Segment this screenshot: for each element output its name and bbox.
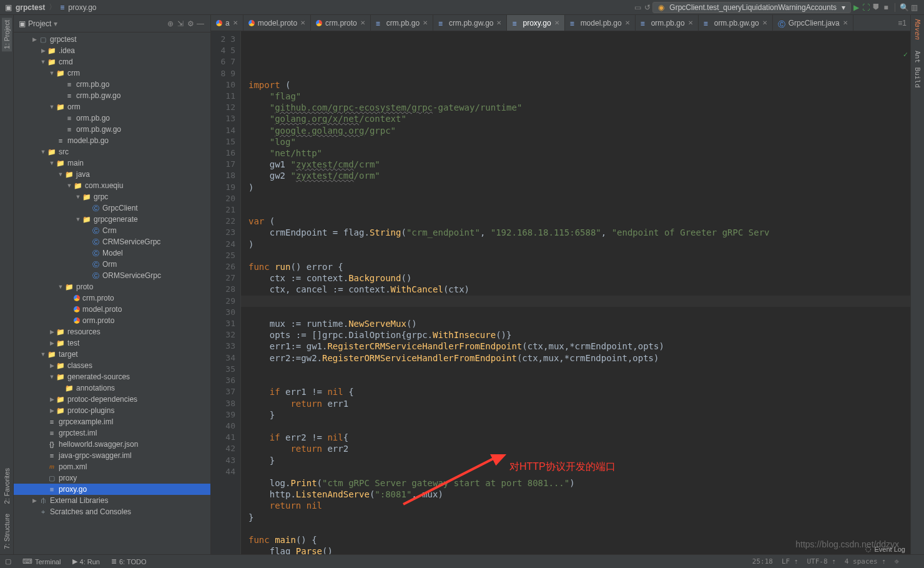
editor-tab[interactable]: ≡proxy.go✕ bbox=[507, 15, 564, 31]
editor-tab[interactable]: model.proto✕ bbox=[243, 15, 311, 31]
rail-favorites-tab[interactable]: 2: Favorites bbox=[3, 468, 11, 504]
tree-item[interactable]: ≡grpcexample.iml bbox=[14, 416, 210, 427]
run-config-dropdown[interactable]: ◉ GrpcClient.test_queryLiquidationWarnin… bbox=[652, 2, 851, 13]
editor-code[interactable]: ✓ import ( "flag" "github.com/grpc-ecosy… bbox=[241, 31, 910, 554]
tree-item[interactable]: crm.proto bbox=[14, 292, 210, 304]
stop-button[interactable]: ■ bbox=[881, 2, 891, 12]
tree-item[interactable]: ▼📁grpcgenerate bbox=[14, 214, 210, 225]
tree-item[interactable]: ⒸModel bbox=[14, 247, 210, 259]
tree-item[interactable]: ⒸGrpcClient bbox=[14, 202, 210, 214]
run-button[interactable]: ▶ bbox=[851, 2, 861, 12]
tree-item[interactable]: ≡grpctest.iml bbox=[14, 427, 210, 439]
debug-button[interactable]: ⛶ bbox=[861, 2, 871, 12]
tree-arrow-icon[interactable]: ▼ bbox=[57, 284, 64, 290]
editor-tab[interactable]: crm.proto✕ bbox=[311, 15, 371, 31]
tree-item[interactable]: ▶📁test bbox=[14, 337, 210, 349]
tree-arrow-icon[interactable]: ▶ bbox=[31, 497, 37, 504]
tree-item[interactable]: ▼📁generated-sources bbox=[14, 371, 210, 382]
tree-arrow-icon[interactable]: ▼ bbox=[66, 182, 72, 189]
tree-arrow-icon[interactable]: ▶ bbox=[40, 47, 46, 54]
close-icon[interactable]: ✕ bbox=[300, 19, 305, 26]
project-tree[interactable]: ▶▢grpctest▶📁.idea▼📁cmd▼📁crm≡crm.pb.go≡cr… bbox=[14, 32, 210, 554]
editor-tab[interactable]: ≡orm.pb.gw.go✕ bbox=[699, 15, 773, 31]
tree-arrow-icon[interactable]: ▼ bbox=[75, 216, 81, 222]
tree-item[interactable]: ≡orm.pb.gw.go bbox=[14, 124, 210, 135]
tree-item[interactable]: ≡orm.pb.go bbox=[14, 112, 210, 124]
target-icon[interactable]: ⊕ bbox=[165, 19, 175, 29]
tree-item[interactable]: ▢proxy bbox=[14, 472, 210, 484]
tree-item[interactable]: ⒸORMServiceGrpc bbox=[14, 270, 210, 281]
editor-tab[interactable]: a✕ bbox=[211, 15, 243, 31]
close-icon[interactable]: ✕ bbox=[762, 19, 767, 26]
editor-tab[interactable]: ≡crm.pb.go✕ bbox=[371, 15, 433, 31]
editor-tab[interactable]: ≡crm.pb.gw.go✕ bbox=[433, 15, 507, 31]
tree-item[interactable]: ▼📁target bbox=[14, 349, 210, 360]
rail-structure-tab[interactable]: 7: Structure bbox=[3, 514, 11, 549]
close-icon[interactable]: ✕ bbox=[233, 19, 238, 26]
close-icon[interactable]: ✕ bbox=[360, 19, 365, 26]
tree-arrow-icon[interactable]: ▼ bbox=[40, 59, 46, 65]
editor-tab[interactable]: ⒸGrpcClient.java✕ bbox=[773, 15, 853, 31]
tree-item[interactable]: ⌖Scratches and Consoles bbox=[14, 506, 210, 517]
tree-item[interactable]: orm.proto bbox=[14, 315, 210, 326]
layout-button[interactable]: ▥ bbox=[909, 2, 919, 12]
rail-maven-tab[interactable]: Maven bbox=[913, 19, 922, 39]
tree-item[interactable]: ▶📁protoc-plugins bbox=[14, 405, 210, 416]
tree-arrow-icon[interactable]: ▶ bbox=[49, 396, 55, 402]
code-text[interactable]: import ( "flag" "github.com/grpc-ecosyst… bbox=[248, 68, 910, 554]
tree-item[interactable]: ▶📁classes bbox=[14, 360, 210, 371]
search-button[interactable]: 🔍 bbox=[899, 2, 909, 12]
tree-item[interactable]: ▶📁protoc-dependencies bbox=[14, 394, 210, 405]
tree-item[interactable]: ▶📁resources bbox=[14, 326, 210, 337]
tree-item[interactable]: ▼📁cmd bbox=[14, 56, 210, 67]
tree-item[interactable]: ▶▢grpctest bbox=[14, 34, 210, 45]
tree-arrow-icon[interactable]: ▼ bbox=[49, 104, 55, 110]
tree-item[interactable]: ≡crm.pb.gw.go bbox=[14, 90, 210, 101]
tree-item[interactable]: ≡model.pb.go bbox=[14, 135, 210, 146]
tree-arrow-icon[interactable]: ▼ bbox=[49, 160, 55, 166]
tree-arrow-icon[interactable]: ▼ bbox=[49, 70, 55, 76]
tree-item[interactable]: model.proto bbox=[14, 304, 210, 315]
todo-tool[interactable]: ≣ 6: TODO bbox=[111, 557, 147, 566]
tree-item[interactable]: 📁annotations bbox=[14, 382, 210, 394]
chevron-down-icon[interactable]: ▾ bbox=[54, 19, 57, 28]
tree-arrow-icon[interactable]: ▶ bbox=[49, 340, 55, 346]
tree-item[interactable]: {}helloworld.swagger.json bbox=[14, 439, 210, 450]
tree-arrow-icon[interactable]: ▶ bbox=[49, 362, 55, 369]
tree-item[interactable]: ▼📁com.xueqiu bbox=[14, 180, 210, 191]
tree-arrow-icon[interactable]: ▶ bbox=[49, 329, 55, 335]
project-panel-title[interactable]: Project bbox=[28, 19, 51, 28]
tree-item[interactable]: ▶⫛External Libraries bbox=[14, 495, 210, 506]
close-icon[interactable]: ✕ bbox=[423, 19, 428, 26]
editor-tab[interactable]: ≡model.pb.go✕ bbox=[565, 15, 636, 31]
tree-item[interactable]: ⒸCRMServiceGrpc bbox=[14, 236, 210, 247]
hide-icon[interactable]: — bbox=[195, 19, 205, 29]
editor-tab[interactable]: ≡orm.pb.go✕ bbox=[636, 15, 699, 31]
close-icon[interactable]: ✕ bbox=[843, 19, 848, 26]
tree-arrow-icon[interactable]: ▼ bbox=[40, 149, 46, 155]
rail-project-tab[interactable]: 1: Project bbox=[2, 17, 12, 51]
tree-item[interactable]: ≡proxy.go bbox=[14, 484, 210, 495]
rail-ant-tab[interactable]: Ant Build bbox=[913, 51, 922, 88]
tree-item[interactable]: ▼📁crm bbox=[14, 67, 210, 79]
tree-item[interactable]: ▼📁grpc bbox=[14, 191, 210, 202]
close-icon[interactable]: ✕ bbox=[688, 19, 693, 26]
build-icon[interactable]: ▭ bbox=[632, 2, 642, 12]
tree-arrow-icon[interactable]: ▶ bbox=[49, 407, 55, 414]
tree-arrow-icon[interactable]: ▼ bbox=[75, 194, 81, 200]
editor-body[interactable]: 2 3 4 5 6 7 8 9 10 11 12 13 14 15 16 17 … bbox=[211, 31, 910, 554]
window-menu-icon[interactable]: ▢ bbox=[5, 557, 11, 566]
tree-item[interactable]: ▼📁proto bbox=[14, 281, 210, 292]
terminal-tool[interactable]: ⌨ Terminal bbox=[22, 557, 61, 566]
collapse-icon[interactable]: ⇲ bbox=[175, 19, 185, 29]
gear-icon[interactable]: ⚙ bbox=[185, 19, 195, 29]
coverage-button[interactable]: ⛊ bbox=[871, 2, 881, 12]
tree-item[interactable]: ▼📁orm bbox=[14, 101, 210, 112]
tree-item[interactable]: ▼📁main bbox=[14, 157, 210, 169]
tab-overflow[interactable]: ≡1 bbox=[894, 15, 910, 31]
tree-arrow-icon[interactable]: ▼ bbox=[49, 374, 55, 380]
tree-arrow-icon[interactable]: ▼ bbox=[40, 351, 46, 357]
close-icon[interactable]: ✕ bbox=[625, 19, 630, 26]
tree-item[interactable]: ▼📁src bbox=[14, 146, 210, 157]
tree-arrow-icon[interactable]: ▶ bbox=[31, 36, 37, 42]
